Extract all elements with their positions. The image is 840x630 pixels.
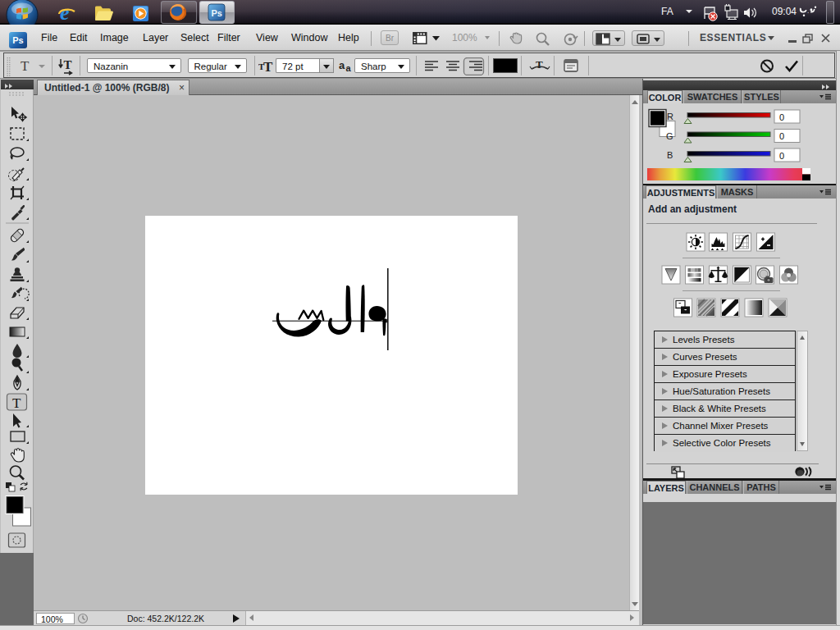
- svg-text:B: B: [667, 150, 673, 160]
- svg-text:T: T: [64, 58, 72, 71]
- svg-text:T: T: [12, 395, 21, 411]
- svg-text:0: 0: [779, 151, 784, 161]
- svg-text:a: a: [339, 59, 345, 71]
- svg-text:R: R: [667, 112, 673, 121]
- svg-text:G: G: [666, 131, 673, 141]
- svg-text:0: 0: [779, 131, 784, 141]
- svg-text:a: a: [346, 63, 352, 73]
- svg-text:e: e: [60, 1, 70, 25]
- svg-text:.: .: [807, 7, 809, 15]
- svg-text:T: T: [263, 59, 273, 74]
- svg-text:0: 0: [779, 112, 784, 122]
- svg-text:T: T: [536, 58, 543, 71]
- svg-text:Ps: Ps: [212, 8, 222, 18]
